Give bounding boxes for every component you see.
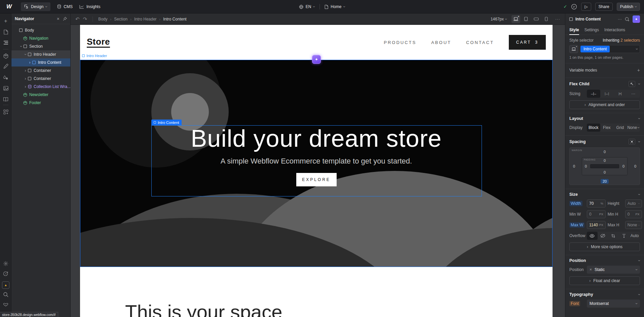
overflow-auto-option[interactable]: Auto [629, 232, 640, 240]
libraries-icon[interactable] [0, 95, 11, 103]
max-height-field[interactable]: None - [625, 221, 642, 229]
tab-style[interactable]: Style [569, 28, 579, 35]
page-switcher[interactable]: Home › [325, 4, 345, 9]
height-value[interactable]: Auto [628, 201, 637, 206]
margin-bottom-chip[interactable]: 20 [601, 179, 609, 184]
spacing-mode-icon[interactable] [629, 139, 635, 145]
nav-link-about[interactable]: ABOUT [431, 40, 451, 45]
apps-icon[interactable] [0, 107, 11, 116]
canvas-width-control[interactable]: 1467px › [491, 17, 507, 21]
sizing-shrink-option[interactable]: →|← [587, 90, 600, 98]
height-unit[interactable]: - [639, 202, 640, 205]
max-width-unit[interactable]: PX [599, 223, 603, 227]
min-width-unit[interactable]: PX [599, 213, 603, 216]
design-mode-button[interactable]: Design › [21, 2, 50, 11]
nav-link-contact[interactable]: CONTACT [466, 40, 494, 45]
display-grid-option[interactable]: Grid [613, 124, 627, 132]
settings-icon[interactable] [0, 259, 11, 268]
overflow-hidden-option[interactable] [598, 232, 608, 240]
navigator-item-section[interactable]: › Section [11, 42, 70, 50]
display-block-option[interactable]: Block [587, 124, 600, 132]
parent-arrow-icon[interactable] [629, 81, 635, 87]
insights-button[interactable]: Insights [79, 4, 100, 9]
breadcrumb-item[interactable]: Body [98, 17, 107, 21]
zoom-icon[interactable] [0, 290, 11, 299]
margin-right-value[interactable]: 0 [634, 164, 636, 168]
overflow-visible-option[interactable] [587, 232, 598, 240]
max-width-value[interactable]: 1140 [589, 223, 598, 227]
more-options-icon[interactable]: ··· [555, 17, 560, 21]
chevron-down-icon[interactable]: › [637, 83, 641, 85]
max-height-value[interactable]: None [628, 223, 637, 227]
undo-icon[interactable]: ↶ [75, 16, 80, 22]
chevron-down-icon[interactable]: › [637, 294, 641, 295]
selection-outline[interactable] [151, 125, 482, 196]
font-dropdown[interactable]: Montserrat › [587, 300, 640, 308]
width-value[interactable]: 70 [589, 201, 599, 206]
display-none-option[interactable]: None › [627, 124, 640, 132]
navigator-item-footer[interactable]: Footer [11, 99, 70, 107]
tab-interactions[interactable]: Interactions [604, 28, 625, 32]
chevron-down-icon[interactable]: › [637, 260, 641, 261]
position-dropdown[interactable]: × Static › [587, 266, 640, 274]
more-size-options-button[interactable]: › More size options [569, 242, 640, 251]
assets-icon[interactable] [0, 84, 11, 93]
breakpoint-indicator-button[interactable]: * [569, 45, 578, 53]
share-button[interactable]: Share [595, 3, 613, 11]
breadcrumb-item[interactable]: Intro Header [134, 17, 157, 21]
help-icon[interactable]: ? [0, 269, 11, 278]
breadcrumb-item[interactable]: Intro Content [163, 17, 186, 21]
breakpoint-phone-landscape-button[interactable] [532, 15, 540, 23]
navigator-item-newsletter[interactable]: Newsletter [11, 91, 70, 99]
redo-icon[interactable]: ↷ [83, 16, 87, 22]
element-label-intro-content[interactable]: Intro Content [151, 120, 182, 125]
min-height-unit[interactable]: PX [636, 213, 640, 216]
breakpoint-tablet-button[interactable] [522, 15, 530, 23]
chevron-down-icon[interactable]: › [635, 48, 639, 50]
nav-link-products[interactable]: PRODUCTS [384, 40, 416, 45]
inheriting-label[interactable]: Inheriting [603, 38, 619, 43]
preview-button[interactable]: ▷ [581, 3, 591, 11]
chevron-right-icon[interactable]: › [25, 69, 26, 73]
add-variable-mode-icon[interactable]: + [637, 67, 640, 73]
hero-section[interactable]: Intro Content Build your dream store A s… [80, 60, 553, 267]
width-unit[interactable]: % [601, 202, 603, 205]
variables-icon[interactable] [0, 73, 11, 82]
element-settings-icon[interactable]: ··· [618, 17, 622, 21]
chevron-down-icon[interactable]: › [637, 141, 641, 142]
pin-icon[interactable] [63, 17, 67, 21]
clear-icon[interactable]: × [590, 267, 592, 272]
audit-warning-icon[interactable]: ▲ [2, 281, 9, 289]
navigator-item-container[interactable]: › Container [11, 66, 70, 75]
element-label-intro-header[interactable]: Intro Header [82, 54, 107, 58]
padding-bottom-value[interactable]: 0 [582, 170, 627, 174]
ai-assistant-badge[interactable]: ✦ [312, 55, 321, 64]
pages-icon[interactable] [0, 28, 11, 36]
float-clear-button[interactable]: › Float and clear [569, 276, 640, 285]
chevron-down-icon[interactable]: › [19, 46, 23, 47]
add-element-icon[interactable]: + [0, 17, 11, 26]
min-height-value[interactable]: 0 [628, 212, 634, 217]
navigator-item-navigation[interactable]: Navigation [11, 34, 70, 42]
close-icon[interactable]: × [57, 16, 60, 21]
chevron-right-icon[interactable]: › [25, 77, 26, 81]
display-flex-option[interactable]: Flex [600, 124, 614, 132]
padding-right-value[interactable]: 0 [622, 164, 624, 168]
navigator-item-body[interactable]: Body [11, 26, 70, 34]
sizing-fixed-option[interactable]: |×| [613, 90, 627, 98]
alignment-order-button[interactable]: › Alignment and order [569, 100, 640, 109]
class-selector-input[interactable]: Intro Content › [579, 45, 640, 53]
chevron-right-icon[interactable]: › [25, 85, 26, 89]
cms-button[interactable]: CMS [57, 4, 73, 9]
breadcrumb-item[interactable]: Section [114, 17, 127, 21]
chevron-right-icon[interactable]: › [29, 60, 31, 64]
max-height-unit[interactable]: - [639, 223, 640, 227]
margin-top-value[interactable]: 0 [570, 150, 640, 154]
breakpoint-phone-portrait-button[interactable] [542, 15, 551, 23]
style-manager-icon[interactable] [0, 62, 11, 71]
chevron-down-icon[interactable]: › [637, 194, 641, 195]
cart-button[interactable]: CART 3 [509, 35, 546, 50]
margin-left-value[interactable]: 0 [573, 164, 575, 168]
site-logo[interactable]: Store [87, 37, 110, 48]
overflow-clip-option[interactable] [608, 232, 619, 240]
